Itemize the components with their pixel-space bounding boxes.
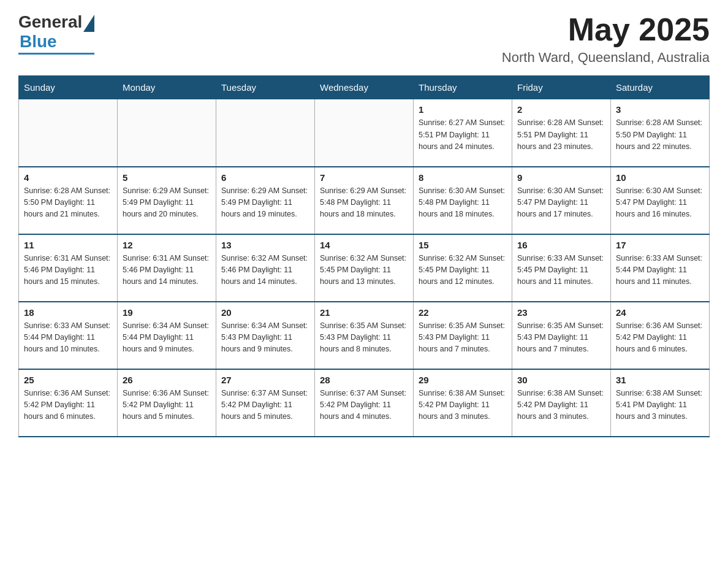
calendar-cell: 30Sunrise: 6:38 AM Sunset: 5:42 PM Dayli… xyxy=(512,369,611,437)
calendar-cell: 18Sunrise: 6:33 AM Sunset: 5:44 PM Dayli… xyxy=(19,302,118,369)
sun-info: Sunrise: 6:29 AM Sunset: 5:49 PM Dayligh… xyxy=(221,185,309,221)
sun-info: Sunrise: 6:36 AM Sunset: 5:42 PM Dayligh… xyxy=(616,320,704,356)
sun-info: Sunrise: 6:32 AM Sunset: 5:45 PM Dayligh… xyxy=(320,253,408,288)
sun-info: Sunrise: 6:30 AM Sunset: 5:48 PM Dayligh… xyxy=(419,185,507,221)
calendar-cell: 17Sunrise: 6:33 AM Sunset: 5:44 PM Dayli… xyxy=(611,234,710,302)
day-number: 11 xyxy=(24,240,112,250)
calendar-cell: 24Sunrise: 6:36 AM Sunset: 5:42 PM Dayli… xyxy=(611,302,710,369)
calendar-cell: 9Sunrise: 6:30 AM Sunset: 5:47 PM Daylig… xyxy=(512,167,611,234)
sun-info: Sunrise: 6:31 AM Sunset: 5:46 PM Dayligh… xyxy=(24,253,112,288)
sun-info: Sunrise: 6:35 AM Sunset: 5:43 PM Dayligh… xyxy=(320,320,408,356)
day-number: 5 xyxy=(123,172,211,183)
sun-info: Sunrise: 6:30 AM Sunset: 5:47 PM Dayligh… xyxy=(517,185,605,221)
calendar-cell: 4Sunrise: 6:28 AM Sunset: 5:50 PM Daylig… xyxy=(19,167,118,234)
day-number: 27 xyxy=(221,375,309,385)
logo: General Blue xyxy=(18,12,94,55)
sun-info: Sunrise: 6:36 AM Sunset: 5:42 PM Dayligh… xyxy=(123,388,211,423)
day-number: 15 xyxy=(419,240,507,250)
sun-info: Sunrise: 6:32 AM Sunset: 5:45 PM Dayligh… xyxy=(419,253,507,288)
day-number: 30 xyxy=(517,375,605,385)
calendar-header-saturday: Saturday xyxy=(611,76,710,99)
sun-info: Sunrise: 6:37 AM Sunset: 5:42 PM Dayligh… xyxy=(320,388,408,423)
title-section: May 2025 North Ward, Queensland, Austral… xyxy=(502,12,710,66)
calendar-header-monday: Monday xyxy=(118,76,216,99)
day-number: 8 xyxy=(419,172,507,183)
calendar-week-row: 25Sunrise: 6:36 AM Sunset: 5:42 PM Dayli… xyxy=(19,369,710,437)
sun-info: Sunrise: 6:31 AM Sunset: 5:46 PM Dayligh… xyxy=(123,253,211,288)
day-number: 3 xyxy=(616,104,704,115)
day-number: 2 xyxy=(517,104,605,115)
calendar-week-row: 11Sunrise: 6:31 AM Sunset: 5:46 PM Dayli… xyxy=(19,234,710,302)
sun-info: Sunrise: 6:33 AM Sunset: 5:44 PM Dayligh… xyxy=(24,320,112,356)
calendar-cell: 1Sunrise: 6:27 AM Sunset: 5:51 PM Daylig… xyxy=(414,99,512,167)
location-subtitle: North Ward, Queensland, Australia xyxy=(502,50,710,66)
day-number: 16 xyxy=(517,240,605,250)
calendar-cell: 23Sunrise: 6:35 AM Sunset: 5:43 PM Dayli… xyxy=(512,302,611,369)
calendar-cell: 6Sunrise: 6:29 AM Sunset: 5:49 PM Daylig… xyxy=(216,167,315,234)
month-title: May 2025 xyxy=(502,12,710,47)
calendar-header-wednesday: Wednesday xyxy=(315,76,414,99)
day-number: 18 xyxy=(24,307,112,318)
sun-info: Sunrise: 6:36 AM Sunset: 5:42 PM Dayligh… xyxy=(24,388,112,423)
sun-info: Sunrise: 6:32 AM Sunset: 5:46 PM Dayligh… xyxy=(221,253,309,288)
day-number: 12 xyxy=(123,240,211,250)
sun-info: Sunrise: 6:38 AM Sunset: 5:42 PM Dayligh… xyxy=(419,388,507,423)
calendar-cell: 31Sunrise: 6:38 AM Sunset: 5:41 PM Dayli… xyxy=(611,369,710,437)
sun-info: Sunrise: 6:38 AM Sunset: 5:42 PM Dayligh… xyxy=(517,388,605,423)
calendar-cell: 19Sunrise: 6:34 AM Sunset: 5:44 PM Dayli… xyxy=(118,302,216,369)
calendar-cell: 10Sunrise: 6:30 AM Sunset: 5:47 PM Dayli… xyxy=(611,167,710,234)
calendar-cell: 27Sunrise: 6:37 AM Sunset: 5:42 PM Dayli… xyxy=(216,369,315,437)
calendar-cell: 21Sunrise: 6:35 AM Sunset: 5:43 PM Dayli… xyxy=(315,302,414,369)
calendar-header-thursday: Thursday xyxy=(414,76,512,99)
page-header: General Blue May 2025 North Ward, Queens… xyxy=(18,12,710,66)
calendar-cell: 5Sunrise: 6:29 AM Sunset: 5:49 PM Daylig… xyxy=(118,167,216,234)
calendar-week-row: 4Sunrise: 6:28 AM Sunset: 5:50 PM Daylig… xyxy=(19,167,710,234)
logo-blue-text: Blue xyxy=(20,32,57,52)
sun-info: Sunrise: 6:33 AM Sunset: 5:45 PM Dayligh… xyxy=(517,253,605,288)
sun-info: Sunrise: 6:35 AM Sunset: 5:43 PM Dayligh… xyxy=(517,320,605,356)
calendar-cell: 3Sunrise: 6:28 AM Sunset: 5:50 PM Daylig… xyxy=(611,99,710,167)
day-number: 28 xyxy=(320,375,408,385)
sun-info: Sunrise: 6:30 AM Sunset: 5:47 PM Dayligh… xyxy=(616,185,704,221)
day-number: 29 xyxy=(419,375,507,385)
sun-info: Sunrise: 6:28 AM Sunset: 5:51 PM Dayligh… xyxy=(517,117,605,153)
sun-info: Sunrise: 6:29 AM Sunset: 5:48 PM Dayligh… xyxy=(320,185,408,221)
day-number: 6 xyxy=(221,172,309,183)
day-number: 19 xyxy=(123,307,211,318)
calendar-header-tuesday: Tuesday xyxy=(216,76,315,99)
day-number: 17 xyxy=(616,240,704,250)
day-number: 20 xyxy=(221,307,309,318)
day-number: 22 xyxy=(419,307,507,318)
calendar-cell: 2Sunrise: 6:28 AM Sunset: 5:51 PM Daylig… xyxy=(512,99,611,167)
day-number: 14 xyxy=(320,240,408,250)
calendar-cell xyxy=(315,99,414,167)
calendar-cell: 25Sunrise: 6:36 AM Sunset: 5:42 PM Dayli… xyxy=(19,369,118,437)
day-number: 21 xyxy=(320,307,408,318)
day-number: 26 xyxy=(123,375,211,385)
calendar-week-row: 18Sunrise: 6:33 AM Sunset: 5:44 PM Dayli… xyxy=(19,302,710,369)
day-number: 31 xyxy=(616,375,704,385)
sun-info: Sunrise: 6:28 AM Sunset: 5:50 PM Dayligh… xyxy=(616,117,704,153)
calendar-cell: 8Sunrise: 6:30 AM Sunset: 5:48 PM Daylig… xyxy=(414,167,512,234)
logo-triangle-icon xyxy=(83,15,94,32)
calendar-header-sunday: Sunday xyxy=(19,76,118,99)
sun-info: Sunrise: 6:35 AM Sunset: 5:43 PM Dayligh… xyxy=(419,320,507,356)
sun-info: Sunrise: 6:34 AM Sunset: 5:44 PM Dayligh… xyxy=(123,320,211,356)
sun-info: Sunrise: 6:37 AM Sunset: 5:42 PM Dayligh… xyxy=(221,388,309,423)
day-number: 23 xyxy=(517,307,605,318)
calendar-cell: 11Sunrise: 6:31 AM Sunset: 5:46 PM Dayli… xyxy=(19,234,118,302)
calendar-cell: 29Sunrise: 6:38 AM Sunset: 5:42 PM Dayli… xyxy=(414,369,512,437)
day-number: 10 xyxy=(616,172,704,183)
day-number: 7 xyxy=(320,172,408,183)
calendar-cell: 14Sunrise: 6:32 AM Sunset: 5:45 PM Dayli… xyxy=(315,234,414,302)
calendar-cell: 15Sunrise: 6:32 AM Sunset: 5:45 PM Dayli… xyxy=(414,234,512,302)
day-number: 13 xyxy=(221,240,309,250)
calendar-cell: 7Sunrise: 6:29 AM Sunset: 5:48 PM Daylig… xyxy=(315,167,414,234)
calendar-cell: 20Sunrise: 6:34 AM Sunset: 5:43 PM Dayli… xyxy=(216,302,315,369)
calendar-cell: 13Sunrise: 6:32 AM Sunset: 5:46 PM Dayli… xyxy=(216,234,315,302)
sun-info: Sunrise: 6:34 AM Sunset: 5:43 PM Dayligh… xyxy=(221,320,309,356)
calendar-cell: 22Sunrise: 6:35 AM Sunset: 5:43 PM Dayli… xyxy=(414,302,512,369)
sun-info: Sunrise: 6:28 AM Sunset: 5:50 PM Dayligh… xyxy=(24,185,112,221)
calendar-cell xyxy=(118,99,216,167)
logo-general-text: General xyxy=(18,12,82,32)
